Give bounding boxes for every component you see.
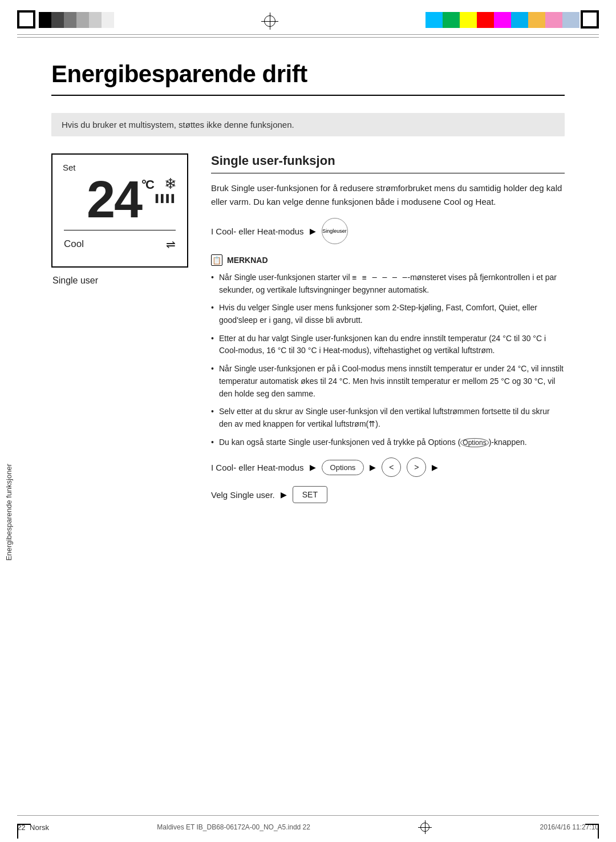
left-arrow-icon: < — [389, 463, 394, 472]
section-title: Single user-funksjon — [211, 153, 565, 173]
instr1-arrow: ▶ — [310, 463, 316, 472]
display-temp: 24 °C — [87, 174, 153, 225]
top-right-marks — [425, 10, 599, 29]
bottom-marks — [0, 823, 616, 842]
note-item-6: Du kan også starte Single user-funksjone… — [211, 436, 565, 449]
right-column: Single user-funksjon Bruk Single user-fu… — [211, 153, 565, 508]
right-arrow-icon: > — [414, 463, 419, 472]
cool-label: Cool — [64, 238, 84, 250]
wind-direction-icon: ⇌ — [166, 237, 176, 251]
note-item-2: Hvis du velger Single user mens funksjon… — [211, 302, 565, 326]
instruction-row-2: Velg Single user. ▶ SET — [211, 486, 565, 503]
options-button[interactable]: Options — [322, 460, 364, 475]
options-btn-label: Options — [330, 463, 356, 472]
note-list: Når Single user-funksjonen starter vil ≡… — [211, 272, 565, 448]
info-box-text: Hvis du bruker et multisystem, støttes i… — [62, 120, 294, 129]
right-arrow-button[interactable]: > — [407, 458, 426, 477]
gray-bars — [39, 12, 114, 28]
note-icon: 📋 — [211, 254, 222, 266]
fan-level-icon: ▌▌▌▌ — [156, 194, 177, 203]
single-user-btn-line1: Single — [322, 228, 337, 234]
bottom-right-corner — [585, 824, 599, 839]
info-box: Hvis du bruker et multisystem, støttes i… — [51, 113, 565, 136]
note-header: 📋 MERKNAD — [211, 254, 565, 266]
page-title: Energibesparende drift — [51, 60, 565, 96]
top-line-2 — [17, 37, 599, 38]
instr2-text: Velg Single user. — [211, 490, 275, 500]
sidebar: Energibesparende funksjoner — [0, 228, 17, 796]
two-col-layout: Set 24 °C ❄ ▌▌▌▌ Cool ⇌ Single — [51, 153, 565, 508]
set-btn-label: SET — [302, 490, 318, 499]
section-intro: Bruk Single user-funksjonen for å reduse… — [211, 181, 565, 209]
bottom-divider — [17, 815, 599, 816]
top-marks — [0, 0, 616, 34]
temp-degree: °C — [141, 179, 153, 191]
instr1-arrow2: ▶ — [370, 463, 376, 472]
set-label: Set — [63, 163, 76, 172]
single-user-button[interactable]: Single user — [322, 218, 348, 244]
mode-label: I Cool- eller Heat-modus — [211, 226, 304, 236]
note-section: 📋 MERKNAD Når Single user-funksjonen sta… — [211, 254, 565, 448]
mode-row: I Cool- eller Heat-modus ▶ Single user — [211, 218, 565, 244]
instr2-arrow: ▶ — [281, 490, 287, 499]
left-arrow-button[interactable]: < — [382, 458, 401, 477]
note-header-text: MERKNAD — [227, 256, 268, 265]
instr1-text: I Cool- eller Heat-modus — [211, 463, 304, 472]
display-bottom-row: Cool ⇌ — [64, 235, 176, 253]
display-divider — [64, 230, 176, 230]
note-item-1: Når Single user-funksjonen starter vil ≡… — [211, 272, 565, 296]
color-bars — [425, 12, 579, 28]
set-button[interactable]: SET — [293, 486, 327, 503]
main-content: Energibesparende drift Hvis du bruker et… — [0, 43, 616, 519]
left-column: Set 24 °C ❄ ▌▌▌▌ Cool ⇌ Single — [51, 153, 188, 286]
wind-icon-inline: ⇈ — [368, 419, 375, 428]
top-line-1 — [17, 34, 599, 35]
instruction-row-1: I Cool- eller Heat-modus ▶ Options ▶ < >… — [211, 458, 565, 477]
arrow-icon: ▶ — [310, 226, 316, 236]
options-icon-inline: Options — [460, 438, 488, 447]
snowflake-icon: ❄ — [164, 175, 177, 193]
temp-number: 24 — [87, 174, 141, 225]
top-center-mark — [261, 10, 278, 30]
single-user-display-label: Single user — [51, 276, 188, 286]
dash-pattern: ≡ ≡ ─ ─ ─ ─ — [352, 273, 407, 282]
note-item-5: Selv etter at du skrur av Single user-fu… — [211, 406, 565, 430]
sidebar-label: Energibesparende funksjoner — [5, 464, 13, 561]
note-item-3: Etter at du har valgt Single user-funksj… — [211, 333, 565, 357]
instr1-arrow3: ▶ — [432, 463, 438, 472]
note-item-4: Når Single user-funksjonen er på i Cool-… — [211, 363, 565, 400]
bottom-left-corner — [17, 824, 31, 839]
top-left-mark — [17, 10, 114, 29]
display-box: Set 24 °C ❄ ▌▌▌▌ Cool ⇌ — [51, 153, 188, 268]
single-user-btn-line2: user — [337, 228, 347, 234]
